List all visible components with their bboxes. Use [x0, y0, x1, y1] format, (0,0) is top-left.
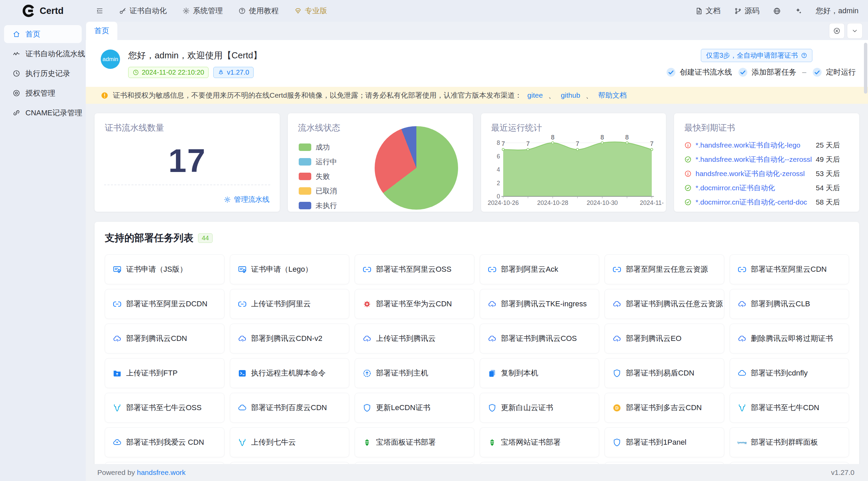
- task-card[interactable]: 部署证书到易盾CDN: [605, 358, 724, 388]
- setup-steps: 创建证书流水线添加部署任务–定时运行: [666, 67, 856, 77]
- legend-item-2[interactable]: 运行中: [299, 157, 337, 167]
- cert-days-remaining: 58 天后: [816, 197, 849, 207]
- shield-icon: [612, 369, 622, 378]
- task-card[interactable]: 部署到腾讯云TKE-ingress: [480, 289, 599, 319]
- menu-item-system[interactable]: 系统管理: [182, 6, 223, 16]
- task-card[interactable]: 更新白山云证书: [480, 393, 599, 423]
- task-card[interactable]: 部署证书到cdnfly: [730, 358, 849, 388]
- task-card[interactable]: 删除腾讯云即将过期证书: [730, 324, 849, 353]
- legend-swatch: [299, 187, 311, 195]
- tab-menu-button[interactable]: [847, 23, 863, 39]
- expiring-cert-row: *.docmirror.cn证书自动化-certd-doc58 天后: [684, 195, 849, 209]
- notice-link-github[interactable]: github: [561, 91, 580, 99]
- task-card[interactable]: 更新LeCDN证书: [355, 393, 474, 423]
- menu-item-tutorial[interactable]: 使用教程: [238, 6, 279, 16]
- cert-link[interactable]: *.handsfree.work证书自动化-lego: [695, 140, 800, 150]
- chevron-down-icon: [851, 27, 859, 35]
- menu-item-cert-automation[interactable]: 证书自动化: [119, 6, 167, 16]
- task-label: 部署到腾讯云CLB: [751, 299, 810, 309]
- guide-badge[interactable]: 仅需3步，全自动申请部署证书: [701, 49, 812, 62]
- notice-link-gitee[interactable]: gitee: [527, 91, 543, 99]
- sidebar-item-cname[interactable]: CNAME记录管理: [4, 104, 82, 122]
- user-greeting-label: 您好，admin: [816, 6, 859, 16]
- scrollbar-thumb[interactable]: [864, 43, 867, 94]
- task-label: 部署证书到腾讯云COS: [501, 333, 577, 344]
- task-card[interactable]: 证书申请（Lego）: [230, 254, 350, 284]
- task-card[interactable]: 部署证书到主机: [355, 358, 474, 388]
- menu-item-pro[interactable]: 专业版: [294, 6, 327, 16]
- sidebar-item-auth[interactable]: 授权管理: [4, 84, 82, 102]
- task-card[interactable]: 部署证书到百度云CDN: [230, 393, 350, 423]
- task-card[interactable]: 上传到七牛云: [230, 427, 350, 457]
- sidebar-item-home[interactable]: 首页: [4, 25, 82, 43]
- notice-link-帮助文档[interactable]: 帮助文档: [598, 91, 627, 100]
- setup-step-label: 定时运行: [826, 67, 856, 77]
- task-card[interactable]: 部署证书到腾讯云任意云资源: [605, 289, 724, 319]
- task-card[interactable]: 宝塔面板证书部署: [355, 427, 474, 457]
- legend-item-3[interactable]: 失败: [299, 172, 337, 181]
- task-card[interactable]: Synology部署证书到群晖面板: [730, 427, 849, 457]
- handsfree-link[interactable]: handsfree.work: [137, 468, 186, 476]
- task-card[interactable]: 部署证书至阿里云DCDN: [105, 289, 224, 319]
- cert-link[interactable]: *.docmirror.cn证书自动化: [695, 183, 775, 193]
- baota-icon: [488, 438, 497, 447]
- task-card[interactable]: 部署到阿里云Ack: [480, 254, 599, 284]
- legend-item-1[interactable]: 成功: [299, 142, 337, 152]
- ftp-icon: [113, 369, 122, 378]
- task-card[interactable]: 部署到腾讯云CDN-v2: [230, 324, 350, 353]
- tasks-header: 支持的部署任务列表 44: [105, 231, 849, 245]
- task-card[interactable]: 证书申请（JS版）: [105, 254, 224, 284]
- app-logo[interactable]: Certd: [0, 4, 86, 18]
- task-card[interactable]: 复制到本机: [480, 358, 599, 388]
- task-card[interactable]: 部署证书至华为云CDN: [355, 289, 474, 319]
- task-card[interactable]: 上传证书到阿里云: [230, 289, 350, 319]
- task-card[interactable]: 部署到腾讯云CLB: [730, 289, 849, 319]
- task-card[interactable]: 部署证书到1Panel: [605, 427, 724, 457]
- legend-item-4[interactable]: 已取消: [299, 186, 337, 196]
- menu-item-fold[interactable]: [96, 7, 103, 15]
- task-label: 上传证书到阿里云: [251, 299, 311, 309]
- top-right-actions: 文档源码您好，admin: [695, 6, 868, 16]
- cert-info: *.handsfree.work证书自动化-lego: [684, 140, 800, 150]
- task-label: 删除腾讯云即将过期证书: [751, 333, 833, 344]
- task-card[interactable]: 部署证书到我爱云 CDN: [105, 427, 224, 457]
- task-card[interactable]: 部署到腾讯云EO: [605, 324, 724, 353]
- expiring-certs-list: *.handsfree.work证书自动化-lego25 天后*.handsfr…: [684, 138, 849, 209]
- scrollbar: [864, 43, 867, 480]
- cert-link[interactable]: *.handsfree.work证书自动化--zerossl: [695, 155, 812, 164]
- task-card[interactable]: 上传证书到FTP: [105, 358, 224, 388]
- task-label: 部署到阿里云Ack: [501, 264, 558, 274]
- task-card[interactable]: 部署证书至阿里云OSS: [355, 254, 474, 284]
- sidebar-item-pulse[interactable]: 证书自动化流水线: [4, 45, 82, 63]
- task-card[interactable]: 部署证书至七牛云OSS: [105, 393, 224, 423]
- task-card[interactable]: 宝塔网站证书部署: [480, 427, 599, 457]
- footer: Powered by handsfree.work v1.27.0: [86, 464, 868, 481]
- task-card[interactable]: 执行远程主机脚本命令: [230, 358, 350, 388]
- task-label: 更新LeCDN证书: [376, 403, 430, 413]
- expiring-certs-card: 最快到期证书 *.handsfree.work证书自动化-lego25 天后*.…: [674, 113, 859, 212]
- header-action-source[interactable]: 源码: [734, 6, 760, 16]
- task-card[interactable]: 上传证书到腾讯云: [355, 324, 474, 353]
- tab-home[interactable]: 首页: [86, 22, 117, 40]
- cert-days-remaining: 53 天后: [816, 169, 849, 178]
- task-card[interactable]: 部署证书至阿里云CDN: [730, 254, 849, 284]
- task-card[interactable]: 部署到腾讯云CDN: [105, 324, 224, 353]
- task-card[interactable]: 部署证书到腾讯云COS: [480, 324, 599, 353]
- legend-item-5[interactable]: 未执行: [299, 201, 337, 210]
- user-greeting[interactable]: 您好，admin: [816, 6, 859, 16]
- header-action-docs[interactable]: 文档: [695, 6, 721, 16]
- tab-close-button[interactable]: [829, 23, 845, 39]
- task-card[interactable]: 部署证书至七牛CDN: [730, 393, 849, 423]
- expiring-cert-row: *.docmirror.cn证书自动化54 天后: [684, 181, 849, 195]
- task-card[interactable]: 部署至阿里云任意云资源: [605, 254, 724, 284]
- cert-link[interactable]: handsfree.work证书自动化-zerossl: [695, 169, 805, 178]
- task-card[interactable]: D部署证书到多吉云CDN: [605, 393, 724, 423]
- header-action-theme[interactable]: [794, 7, 802, 15]
- header-action-language[interactable]: [773, 7, 781, 15]
- manage-pipelines-link[interactable]: 管理流水线: [224, 195, 270, 204]
- tencent-icon: [612, 300, 622, 309]
- recent-runs-card: 最近运行统计 0246877878872024-10-262024-10-282…: [481, 113, 666, 212]
- sidebar-item-history[interactable]: 执行历史记录: [4, 64, 82, 82]
- cert-link[interactable]: *.docmirror.cn证书自动化-certd-doc: [695, 197, 807, 207]
- copy-icon: [488, 369, 497, 378]
